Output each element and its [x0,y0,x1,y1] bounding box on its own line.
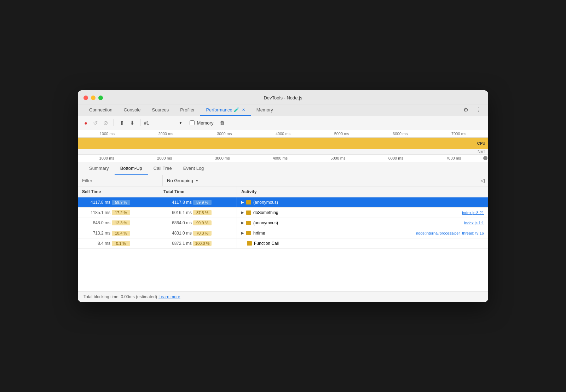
activity-link-4[interactable]: node:internal/process/per_thread:79:16 [416,231,484,235]
folder-icon-5 [247,241,252,246]
header-activity: Activity [237,186,488,197]
total-time-pct-2: 87.5 % [193,210,212,215]
settings-button[interactable]: ⚙ [462,105,470,115]
cell-total-1: 4117.8 ms 59.9 % [159,197,237,207]
cpu-label: CPU [477,141,485,145]
separator-3 [186,119,186,126]
tab-console[interactable]: Console [118,104,146,116]
self-time-pct-1: 59.9 % [112,200,130,205]
tab-bottom-up[interactable]: Bottom-Up [115,162,148,175]
cell-self-3: 848.0 ms 12.3 % [78,218,159,228]
ruler-mark2-4: 4000 ms [251,156,309,160]
maximize-button[interactable] [98,96,103,100]
tab-profiler[interactable]: Profiler [174,104,200,116]
tab-performance[interactable]: Performance 🧪 ✕ [200,104,250,116]
self-time-pct-5: 0.1 % [112,241,130,246]
table-row[interactable]: 4117.8 ms 59.9 % 4117.8 ms 59.9 % ▶ (ano… [78,197,488,208]
table-row[interactable]: 848.0 ms 12.3 % 6864.0 ms 99.9 % ▶ (anon… [78,218,488,228]
ruler-mark-4: 4000 ms [254,132,312,136]
ruler-mark2-6: 6000 ms [367,156,424,160]
grouping-select[interactable]: No Grouping ▼ [163,175,477,186]
status-text: Total blocking time: 0.00ms (estimated) [83,294,157,299]
download-button[interactable]: ⬇ [128,118,137,128]
ruler-mark-6: 6000 ms [371,132,430,136]
folder-icon-3 [246,221,251,225]
folder-icon-1 [246,200,251,204]
ruler-mark-5: 5000 ms [312,132,371,136]
self-time-val-5: 8.4 ms [82,241,110,246]
profile-selector[interactable]: #1 ▼ [144,120,182,126]
separator-1 [114,119,114,126]
timeline-ruler-top: 1000 ms 2000 ms 3000 ms 4000 ms 5000 ms … [78,130,488,138]
ruler-mark-7: 7000 ms [429,132,488,136]
record-button[interactable]: ● [82,119,89,127]
cell-activity-2: ▶ doSomething index.js:8:21 [237,208,488,218]
memory-checkbox-wrapper: Memory [190,120,213,126]
more-button[interactable]: ⋮ [474,105,483,115]
folder-icon-4 [246,231,251,235]
profile-dropdown-icon: ▼ [179,121,183,125]
empty-area [78,249,488,291]
timeline-scrollbar[interactable] [483,156,488,160]
nav-tabs: Connection Console Sources Profiler Perf… [78,104,488,116]
tab-summary[interactable]: Summary [83,162,115,175]
tab-connection[interactable]: Connection [83,104,118,116]
ruler-mark2-5: 5000 ms [309,156,367,160]
close-tab-icon[interactable]: ✕ [242,108,245,112]
tab-event-log[interactable]: Event Log [178,162,210,175]
total-time-pct-5: 100.0 % [193,241,212,246]
window-controls [83,96,103,100]
cell-total-4: 4831.0 ms 70.3 % [159,228,237,238]
total-time-pct-1: 59.9 % [193,200,212,205]
tab-sources[interactable]: Sources [146,104,174,116]
expand-arrow-4[interactable]: ▶ [241,231,244,235]
cell-activity-3: ▶ (anonymous) index.js:1:1 [237,218,488,228]
profile-label: #1 [144,120,149,126]
grouping-label: No Grouping [167,178,193,183]
ruler-mark2-7: 7000 ms [425,156,483,160]
cell-activity-1: ▶ (anonymous) [237,197,488,207]
table-row[interactable]: 713.2 ms 10.4 % 4831.0 ms 70.3 % ▶ hrtim… [78,228,488,238]
tab-memory[interactable]: Memory [251,104,279,116]
filter-row: No Grouping ▼ ◁ [78,175,488,186]
self-time-val-1: 4117.8 ms [82,200,110,205]
status-bar: Total blocking time: 0.00ms (estimated) … [78,291,488,302]
header-self-time: Self Time [78,186,159,197]
table-row[interactable]: 1185.1 ms 17.2 % 6016.1 ms 87.5 % ▶ doSo… [78,208,488,218]
memory-checkbox[interactable] [190,120,195,125]
devtools-window: DevTools - Node.js Connection Console So… [78,90,488,302]
learn-more-link[interactable]: Learn more [158,294,180,299]
filter-input[interactable] [78,175,163,186]
nav-right: ⚙ ⋮ [462,105,483,115]
table-row[interactable]: 8.4 ms 0.1 % 6872.1 ms 100.0 % Function … [78,238,488,249]
expand-arrow-1[interactable]: ▶ [241,200,244,204]
close-button[interactable] [83,96,88,100]
cell-total-2: 6016.1 ms 87.5 % [159,208,237,218]
minimize-button[interactable] [91,96,96,100]
panel-toggle-button[interactable]: ◁ [477,175,488,185]
tab-call-tree[interactable]: Call Tree [148,162,178,175]
cell-self-1: 4117.8 ms 59.9 % [78,197,159,207]
ruler-mark-1: 1000 ms [78,132,137,136]
trash-button[interactable]: 🗑 [218,119,227,127]
timeline-ruler-bottom: 1000 ms 2000 ms 3000 ms 4000 ms 5000 ms … [78,155,488,162]
ruler-mark2-1: 1000 ms [78,156,135,160]
reload-button[interactable]: ↺ [91,118,100,128]
cpu-bar: CPU [78,138,488,149]
expand-arrow-3[interactable]: ▶ [241,221,244,225]
activity-link-2[interactable]: index.js:8:21 [462,211,484,215]
stop-button[interactable]: ⊘ [101,118,110,128]
self-time-val-2: 1185.1 ms [82,210,110,215]
activity-link-3[interactable]: index.js:1:1 [464,221,484,225]
self-time-val-3: 848.0 ms [82,220,110,225]
activity-name-2: doSomething [253,210,278,215]
upload-button[interactable]: ⬆ [117,118,126,128]
memory-checkbox-label: Memory [197,120,213,126]
ruler-mark-3: 3000 ms [195,132,254,136]
net-label: NET [478,149,485,154]
ruler-mark2-2: 2000 ms [135,156,193,160]
expand-arrow-2[interactable]: ▶ [241,211,244,214]
total-time-val-3: 6864.0 ms [163,220,192,225]
table-body: 4117.8 ms 59.9 % 4117.8 ms 59.9 % ▶ (ano… [78,197,488,291]
ruler-mark-2: 2000 ms [137,132,195,136]
